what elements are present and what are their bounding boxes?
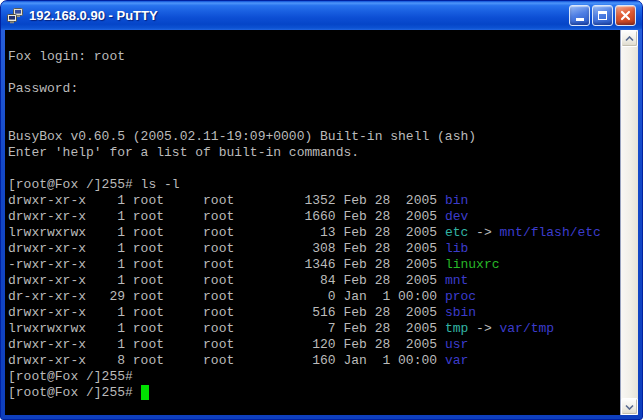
scroll-up-button[interactable]: [621, 30, 638, 47]
terminal-text: proc: [445, 289, 476, 304]
terminal-text: tmp: [445, 321, 468, 336]
terminal-text: lrwxrwxrwx 1 root root 13 Feb 28 2005: [8, 225, 445, 240]
chevron-down-icon: [625, 404, 634, 410]
scrollbar: [620, 30, 638, 415]
terminal-text: ->: [468, 321, 499, 336]
window-body: Fox login: root Password: BusyBox v0.60.…: [5, 30, 638, 415]
terminal-text: Password:: [8, 81, 86, 96]
putty-window: 192.168.0.90 - PuTTY Fox login: root Pas…: [0, 0, 643, 420]
scrollbar-track[interactable]: [621, 47, 638, 398]
terminal-text: linuxrc: [445, 257, 500, 272]
terminal-line: drwxr-xr-x 1 root root 1660 Feb 28 2005 …: [8, 209, 620, 225]
scroll-down-button[interactable]: [621, 398, 638, 415]
terminal-text: lrwxrwxrwx 1 root root 7 Feb 28 2005: [8, 321, 445, 336]
terminal-line: lrwxrwxrwx 1 root root 7 Feb 28 2005 tmp…: [8, 321, 620, 337]
terminal-line: drwxr-xr-x 1 root root 516 Feb 28 2005 s…: [8, 305, 620, 321]
terminal-line: [root@Fox /]255# ls -l: [8, 177, 620, 193]
window-title: 192.168.0.90 - PuTTY: [29, 8, 563, 23]
terminal-text: drwxr-xr-x 1 root root 308 Feb 28 2005: [8, 241, 445, 256]
terminal-text: drwxr-xr-x 8 root root 160 Jan 1 00:00: [8, 353, 445, 368]
terminal-text: var: [445, 353, 468, 368]
terminal-text: sbin: [445, 305, 476, 320]
terminal-text: [root@Fox /]255# ls -l: [8, 177, 180, 192]
terminal-text: [root@Fox /]255#: [8, 369, 133, 384]
terminal-line: Enter 'help' for a list of built-in comm…: [8, 145, 620, 161]
terminal-text: drwxr-xr-x 1 root root 1660 Feb 28 2005: [8, 209, 445, 224]
putty-two-computers-icon: [7, 8, 23, 24]
terminal-text: var/tmp: [500, 321, 555, 336]
terminal-line: drwxr-xr-x 1 root root 120 Feb 28 2005 u…: [8, 337, 620, 353]
terminal-text: drwxr-xr-x 1 root root 84 Feb 28 2005: [8, 273, 445, 288]
terminal-text: bin: [445, 193, 468, 208]
terminal-line: [root@Fox /]255#: [8, 369, 620, 385]
maximize-button[interactable]: [592, 5, 613, 26]
terminal-line: [8, 113, 620, 129]
terminal-line: [8, 65, 620, 81]
terminal-line: drwxr-xr-x 1 root root 308 Feb 28 2005 l…: [8, 241, 620, 257]
window-controls: [569, 5, 636, 26]
terminal-line: [root@Fox /]255#: [8, 385, 620, 401]
titlebar[interactable]: 192.168.0.90 - PuTTY: [1, 1, 642, 30]
terminal-text: Fox login: root: [8, 49, 125, 64]
terminal-line: [8, 97, 620, 113]
terminal-line: dr-xr-xr-x 29 root root 0 Jan 1 00:00 pr…: [8, 289, 620, 305]
terminal-text: BusyBox v0.60.5 (2005.02.11-19:09+0000) …: [8, 129, 476, 144]
close-button[interactable]: [615, 5, 636, 26]
terminal-text: mnt: [445, 273, 468, 288]
terminal-lines: Fox login: root Password: BusyBox v0.60.…: [8, 33, 620, 401]
terminal-text: drwxr-xr-x 1 root root 516 Feb 28 2005: [8, 305, 445, 320]
maximize-icon: [598, 11, 607, 20]
terminal-text: mnt/flash/etc: [500, 225, 601, 240]
terminal-text: Enter 'help' for a list of built-in comm…: [8, 145, 359, 160]
terminal-text: etc: [445, 225, 468, 240]
terminal-text: [root@Fox /]255#: [8, 385, 141, 400]
terminal-line: Fox login: root: [8, 49, 620, 65]
terminal-text: -rwxr-xr-x 1 root root 1346 Feb 28 2005: [8, 257, 445, 272]
terminal-line: drwxr-xr-x 1 root root 1352 Feb 28 2005 …: [8, 193, 620, 209]
terminal-line: drwxr-xr-x 1 root root 84 Feb 28 2005 mn…: [8, 273, 620, 289]
terminal-text: drwxr-xr-x 1 root root 1352 Feb 28 2005: [8, 193, 445, 208]
terminal-line: -rwxr-xr-x 1 root root 1346 Feb 28 2005 …: [8, 257, 620, 273]
terminal-cursor: [141, 385, 149, 400]
terminal-line: drwxr-xr-x 8 root root 160 Jan 1 00:00 v…: [8, 353, 620, 369]
terminal-text: usr: [445, 337, 468, 352]
minimize-icon: [576, 18, 584, 21]
terminal-text: drwxr-xr-x 1 root root 120 Feb 28 2005: [8, 337, 445, 352]
terminal-line: [8, 161, 620, 177]
terminal-line: lrwxrwxrwx 1 root root 13 Feb 28 2005 et…: [8, 225, 620, 241]
terminal-screen[interactable]: Fox login: root Password: BusyBox v0.60.…: [5, 30, 620, 415]
terminal-text: ->: [468, 225, 499, 240]
terminal-line: [8, 33, 620, 49]
terminal-text: lib: [445, 241, 468, 256]
terminal-line: Password:: [8, 81, 620, 97]
chevron-up-icon: [625, 36, 634, 42]
terminal-text: dev: [445, 209, 468, 224]
terminal-line: BusyBox v0.60.5 (2005.02.11-19:09+0000) …: [8, 129, 620, 145]
close-icon: [620, 10, 631, 21]
terminal-text: dr-xr-xr-x 29 root root 0 Jan 1 00:00: [8, 289, 445, 304]
minimize-button[interactable]: [569, 5, 590, 26]
